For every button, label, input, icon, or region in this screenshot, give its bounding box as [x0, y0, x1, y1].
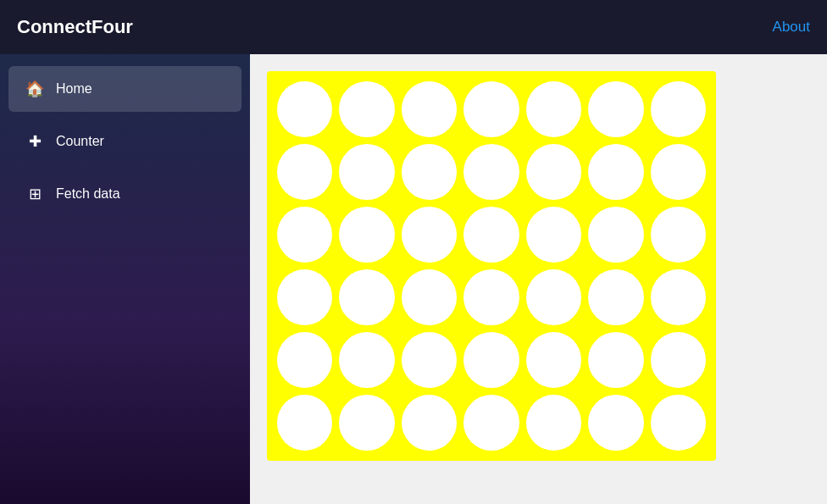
- board-cell[interactable]: [277, 207, 332, 263]
- board-cell[interactable]: [526, 395, 581, 451]
- board-cell[interactable]: [526, 144, 581, 200]
- app-title: ConnectFour: [17, 16, 133, 38]
- board-cell[interactable]: [588, 207, 643, 263]
- board-cell[interactable]: [402, 144, 457, 200]
- sidebar-item-home-label: Home: [56, 81, 92, 97]
- board-cell[interactable]: [339, 81, 394, 137]
- sidebar-item-counter[interactable]: ✚ Counter: [8, 119, 241, 164]
- board-cell[interactable]: [588, 144, 643, 200]
- board-cell[interactable]: [588, 395, 643, 451]
- board-cell[interactable]: [651, 81, 706, 137]
- plus-icon: ✚: [25, 132, 44, 151]
- board-cell[interactable]: [277, 395, 332, 451]
- board-cell[interactable]: [588, 81, 643, 137]
- board-cell[interactable]: [588, 269, 643, 325]
- board-cell[interactable]: [339, 207, 394, 263]
- board-cell[interactable]: [277, 81, 332, 137]
- board-cell[interactable]: [339, 395, 394, 451]
- board-cell[interactable]: [339, 269, 394, 325]
- sidebar-item-fetch-label: Fetch data: [56, 186, 120, 202]
- connect-four-board: [267, 71, 716, 461]
- main-layout: 🏠 Home ✚ Counter ⊞ Fetch data: [0, 54, 827, 504]
- board-cell[interactable]: [463, 144, 519, 200]
- board-cell[interactable]: [588, 332, 643, 388]
- board-cell[interactable]: [463, 395, 519, 451]
- board-cell[interactable]: [463, 332, 519, 388]
- board-cell[interactable]: [651, 269, 706, 325]
- board-cell[interactable]: [651, 144, 706, 200]
- sidebar-item-home[interactable]: 🏠 Home: [8, 66, 241, 112]
- board-cell[interactable]: [339, 332, 394, 388]
- top-bar: ConnectFour About: [0, 0, 827, 54]
- sidebar: 🏠 Home ✚ Counter ⊞ Fetch data: [0, 54, 250, 504]
- sidebar-item-counter-label: Counter: [56, 134, 104, 149]
- board-cell[interactable]: [339, 144, 394, 200]
- board-cell[interactable]: [277, 332, 332, 388]
- board-cell[interactable]: [277, 144, 332, 200]
- board-cell[interactable]: [651, 332, 706, 388]
- board-cell[interactable]: [277, 269, 332, 325]
- content-area: [250, 54, 827, 504]
- board-cell[interactable]: [651, 395, 706, 451]
- board-cell[interactable]: [526, 207, 581, 263]
- board-cell[interactable]: [402, 395, 457, 451]
- home-icon: 🏠: [25, 80, 44, 98]
- board-cell[interactable]: [463, 81, 519, 137]
- board-cell[interactable]: [402, 269, 457, 325]
- sidebar-item-fetch-data[interactable]: ⊞ Fetch data: [8, 171, 241, 217]
- board-cell[interactable]: [402, 207, 457, 263]
- board-cell[interactable]: [526, 332, 581, 388]
- board-cell[interactable]: [463, 269, 519, 325]
- about-link[interactable]: About: [773, 19, 810, 36]
- board-cell[interactable]: [463, 207, 519, 263]
- board-cell[interactable]: [402, 81, 457, 137]
- board-cell[interactable]: [526, 269, 581, 325]
- board-cell[interactable]: [526, 81, 581, 137]
- board-cell[interactable]: [402, 332, 457, 388]
- board-cell[interactable]: [651, 207, 706, 263]
- table-icon: ⊞: [25, 185, 44, 203]
